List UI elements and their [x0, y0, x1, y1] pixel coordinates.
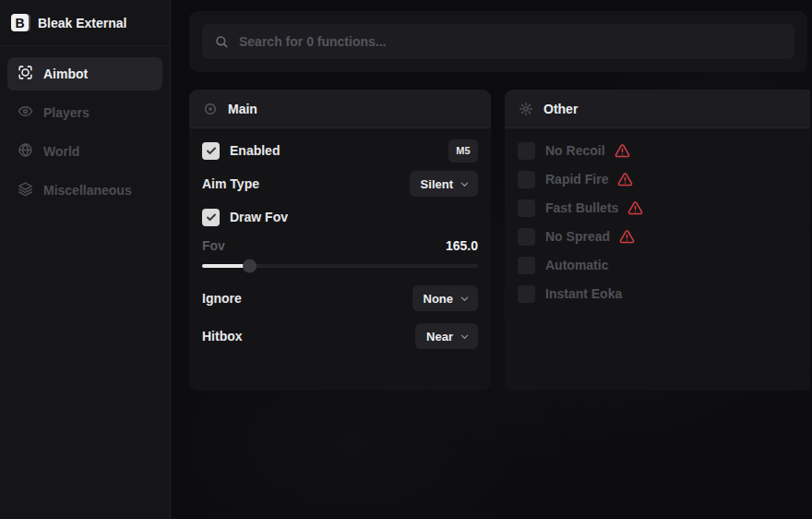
ignore-dropdown[interactable]: None — [412, 285, 479, 311]
fast-bullets-checkbox[interactable] — [518, 199, 535, 217]
sidebar-nav: Aimbot Players World — [0, 46, 170, 207]
main-panel: Main Enabled M5 Aim Type Silent — [189, 90, 491, 391]
other-item-no-spread: No Spread — [518, 223, 797, 249]
fov-value: 165.0 — [446, 238, 478, 253]
fov-slider-thumb[interactable] — [243, 260, 257, 273]
main-panel-body: Enabled M5 Aim Type Silent Draw Fov — [189, 128, 491, 349]
no-recoil-checkbox[interactable] — [518, 142, 535, 160]
enabled-keybind-button[interactable]: M5 — [448, 139, 478, 163]
draw-fov-label: Draw Fov — [230, 210, 288, 224]
aim-type-dropdown[interactable]: Silent — [410, 171, 478, 197]
app-logo-icon: B — [11, 14, 29, 31]
warning-icon — [627, 200, 643, 216]
aim-type-value: Silent — [421, 177, 453, 191]
hitbox-dropdown[interactable]: Near — [415, 323, 478, 349]
sidebar-item-label: Miscellaneous — [43, 183, 132, 198]
fov-slider-track[interactable] — [202, 264, 478, 268]
sidebar-item-label: Aimbot — [43, 66, 88, 81]
other-panel-title: Other — [543, 102, 578, 116]
no-spread-label: No Spread — [545, 229, 610, 244]
no-recoil-label: No Recoil — [545, 143, 605, 158]
other-item-no-recoil: No Recoil — [518, 138, 797, 163]
warning-icon — [617, 172, 633, 187]
instant-eoka-label: Instant Eoka — [545, 286, 622, 301]
automatic-checkbox[interactable] — [518, 257, 535, 274]
search-panel — [189, 11, 807, 72]
fov-slider[interactable] — [202, 260, 478, 272]
sidebar-item-label: Players — [43, 105, 90, 120]
other-panel: Other No Recoil Rapid Fire — [505, 90, 810, 391]
warning-icon — [615, 143, 630, 159]
globe-icon — [18, 142, 33, 161]
search-box[interactable] — [202, 24, 794, 59]
main-panel-title: Main — [228, 102, 257, 116]
sidebar-item-miscellaneous[interactable]: Miscellaneous — [7, 174, 162, 207]
layers-icon — [18, 181, 33, 199]
sidebar-item-world[interactable]: World — [7, 135, 162, 168]
hitbox-value: Near — [426, 330, 453, 344]
enabled-label: Enabled — [230, 143, 280, 158]
automatic-label: Automatic — [545, 258, 608, 272]
search-icon — [214, 34, 229, 49]
fov-label: Fov — [202, 238, 225, 253]
ignore-label: Ignore — [202, 291, 242, 306]
rapid-fire-checkbox[interactable] — [518, 171, 535, 188]
draw-fov-checkbox[interactable] — [202, 209, 220, 226]
other-panel-header: Other — [505, 90, 810, 128]
instant-eoka-checkbox[interactable] — [518, 285, 535, 303]
aim-type-label: Aim Type — [202, 176, 259, 191]
app-title: Bleak External — [38, 16, 127, 30]
crosshair-scan-icon — [18, 65, 33, 83]
main-panel-header: Main — [189, 90, 491, 128]
eye-icon — [18, 103, 33, 122]
other-panel-body: No Recoil Rapid Fire Fast Bullets — [505, 128, 810, 307]
fast-bullets-label: Fast Bullets — [545, 200, 618, 215]
rapid-fire-label: Rapid Fire — [545, 172, 608, 187]
ignore-value: None — [424, 292, 454, 306]
warning-icon — [619, 229, 635, 245]
ignore-row: Ignore None — [202, 285, 478, 311]
no-spread-checkbox[interactable] — [518, 228, 535, 246]
other-item-rapid-fire: Rapid Fire — [518, 166, 797, 192]
gear-icon — [519, 102, 533, 116]
aim-type-row: Aim Type Silent — [202, 171, 478, 197]
sidebar: B Bleak External Aimbot Players — [0, 0, 171, 519]
hitbox-label: Hitbox — [202, 329, 243, 344]
sidebar-item-label: World — [43, 144, 79, 159]
chevron-down-icon — [460, 332, 470, 342]
fov-slider-fill — [202, 264, 249, 268]
hitbox-row: Hitbox Near — [202, 323, 478, 349]
chevron-down-icon — [460, 294, 470, 304]
chevron-down-icon — [460, 179, 470, 189]
sidebar-item-aimbot[interactable]: Aimbot — [7, 57, 162, 91]
target-icon — [203, 102, 218, 116]
enabled-row: Enabled M5 — [202, 138, 478, 163]
search-input[interactable] — [239, 34, 782, 49]
other-item-automatic: Automatic — [518, 252, 797, 278]
sidebar-item-players[interactable]: Players — [7, 96, 162, 129]
other-item-fast-bullets: Fast Bullets — [518, 195, 797, 221]
draw-fov-row: Draw Fov — [202, 204, 478, 230]
enabled-checkbox[interactable] — [202, 142, 220, 160]
other-item-instant-eoka: Instant Eoka — [518, 281, 797, 307]
app-brand: B Bleak External — [0, 0, 170, 46]
fov-row: Fov 165.0 — [202, 237, 478, 254]
